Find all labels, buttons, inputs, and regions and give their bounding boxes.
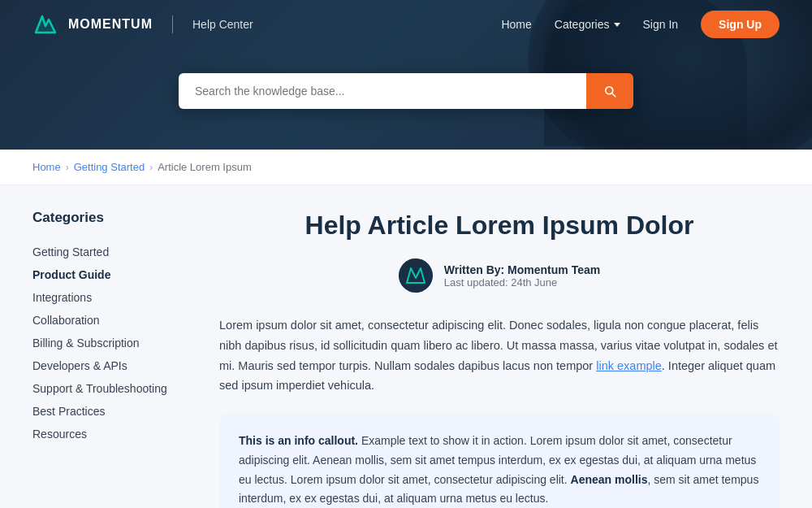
nav-divider [172, 15, 173, 33]
sidebar-title: Categories [32, 210, 179, 226]
sidebar: Categories Getting Started Product Guide… [32, 210, 179, 508]
brand-name: MOMENTUM [68, 17, 153, 32]
avatar-icon [399, 258, 433, 293]
sidebar-item-product-guide[interactable]: Product Guide [32, 263, 179, 286]
logo-icon [32, 11, 58, 37]
nav-home-link[interactable]: Home [501, 18, 531, 31]
author-name: Written By: Momentum Team [444, 263, 600, 276]
svg-point-2 [399, 258, 433, 293]
sidebar-item-collaboration[interactable]: Collaboration [32, 309, 179, 332]
article-content: Help Article Lorem Ipsum Dolor Written B… [219, 210, 780, 508]
callout-box: This is an info callout. Example text to… [219, 414, 780, 508]
categories-chevron-icon [614, 23, 620, 27]
navbar: MOMENTUM Help Center Home Categories Sig… [0, 0, 812, 49]
search-input[interactable] [179, 73, 586, 109]
signup-button[interactable]: Sign Up [701, 11, 780, 38]
sidebar-item-getting-started[interactable]: Getting Started [32, 241, 179, 263]
author-area: Written By: Momentum Team Last updated: … [219, 258, 780, 293]
main-layout: Categories Getting Started Product Guide… [0, 185, 812, 508]
breadcrumb-getting-started[interactable]: Getting Started [74, 161, 145, 173]
help-center-label: Help Center [192, 18, 253, 31]
search-container [179, 73, 633, 109]
search-icon [603, 84, 617, 98]
sidebar-item-developers[interactable]: Developers & APIs [32, 354, 179, 377]
breadcrumb-home[interactable]: Home [32, 161, 61, 173]
article-body-text: Lorem ipsum dolor sit amet, consectetur … [219, 315, 780, 396]
sidebar-item-best-practices[interactable]: Best Practices [32, 400, 179, 423]
header: MOMENTUM Help Center Home Categories Sig… [0, 0, 812, 150]
article-title: Help Article Lorem Ipsum Dolor [219, 210, 780, 241]
breadcrumb-sep-2: › [149, 162, 153, 173]
search-button[interactable] [586, 73, 633, 109]
breadcrumb-sep-1: › [66, 162, 69, 173]
article-body-link[interactable]: link example [596, 359, 662, 372]
sidebar-item-support[interactable]: Support & Troubleshooting [32, 377, 179, 400]
author-date: Last updated: 24th June [444, 276, 600, 289]
logo-area: MOMENTUM Help Center [32, 11, 253, 37]
sidebar-item-billing[interactable]: Billing & Subscription [32, 332, 179, 354]
author-info: Written By: Momentum Team Last updated: … [444, 263, 600, 289]
breadcrumb: Home › Getting Started › Article Lorem I… [0, 150, 812, 185]
breadcrumb-current: Article Lorem Ipsum [158, 161, 252, 173]
avatar [399, 258, 433, 293]
nav-categories-link[interactable]: Categories [555, 18, 620, 31]
nav-signin-link[interactable]: Sign In [643, 18, 679, 31]
callout-bold-middle: Aenean mollis [571, 473, 648, 486]
callout-bold-prefix: This is an info callout. [239, 434, 358, 447]
search-area [0, 49, 812, 150]
nav-links: Home Categories Sign In Sign Up [501, 11, 780, 38]
sidebar-item-resources[interactable]: Resources [32, 423, 179, 445]
sidebar-item-integrations[interactable]: Integrations [32, 286, 179, 309]
